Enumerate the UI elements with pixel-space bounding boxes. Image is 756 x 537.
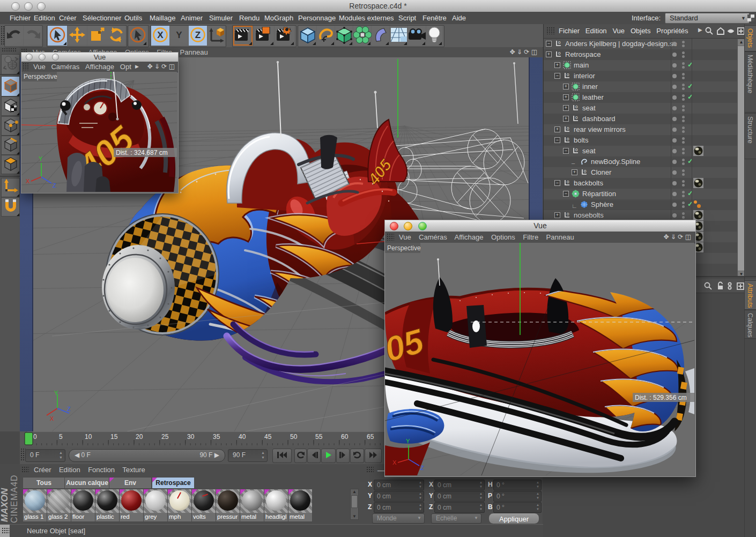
svg-text:60: 60 [341, 433, 349, 441]
svg-text:55: 55 [315, 433, 323, 441]
svg-text:Y: Y [39, 155, 43, 162]
svg-text:0: 0 [567, 180, 569, 184]
svg-text:Dist. : 324.687 cm: Dist. : 324.687 cm [116, 149, 168, 156]
svg-text:0: 0 [575, 105, 578, 109]
svg-text:0: 0 [567, 137, 569, 141]
svg-text:0: 0 [575, 147, 578, 152]
svg-text:X: X [157, 30, 164, 40]
svg-text:15: 15 [110, 433, 118, 441]
svg-text:0: 0 [33, 433, 37, 441]
svg-text:5: 5 [59, 433, 63, 441]
svg-text:0: 0 [567, 72, 569, 77]
svg-text:Dist. : 529.356 cm: Dist. : 529.356 cm [635, 394, 687, 401]
svg-text:50: 50 [290, 433, 298, 441]
svg-text:0: 0 [584, 169, 587, 174]
svg-text:Perspective: Perspective [24, 73, 57, 80]
svg-text:Y: Y [406, 438, 410, 444]
svg-text:0: 0 [558, 51, 561, 56]
svg-text:65: 65 [367, 433, 374, 441]
svg-text:Z: Z [53, 182, 56, 189]
svg-text:Perspective: Perspective [387, 244, 421, 252]
svg-text:40: 40 [239, 433, 246, 441]
svg-text:0: 0 [575, 115, 578, 120]
svg-text:25: 25 [161, 433, 169, 441]
svg-text:0: 0 [567, 212, 569, 217]
svg-text:Z: Z [67, 406, 71, 412]
svg-text:0: 0 [567, 126, 569, 131]
svg-text:0: 0 [558, 40, 561, 45]
svg-text:MAXON: MAXON [0, 488, 10, 522]
svg-text:10: 10 [85, 433, 92, 441]
svg-text:Z: Z [195, 30, 201, 40]
svg-text:35: 35 [213, 433, 220, 441]
svg-text:CINEMA4D: CINEMA4D [10, 474, 19, 523]
svg-text:Z: Z [420, 465, 424, 471]
svg-text:30: 30 [187, 433, 195, 441]
svg-text:20: 20 [136, 433, 143, 441]
svg-text:Y: Y [176, 30, 182, 40]
svg-text:Y: Y [54, 390, 58, 396]
svg-text:X: X [392, 459, 397, 466]
svg-text:X: X [50, 415, 54, 422]
svg-text:45: 45 [264, 433, 272, 441]
svg-text:X: X [26, 178, 30, 184]
